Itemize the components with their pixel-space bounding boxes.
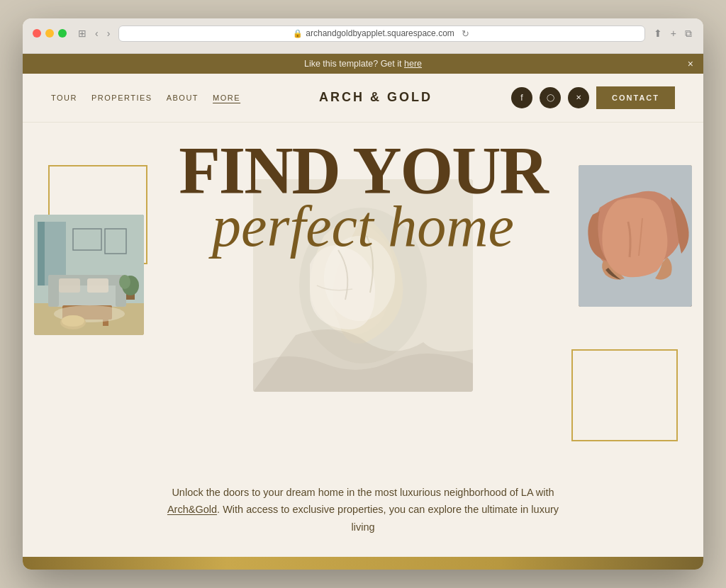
maximize-window-button[interactable] [58, 29, 67, 38]
twitter-icon[interactable]: ✕ [568, 87, 589, 108]
fashion-image-right-inner [579, 165, 692, 307]
svg-rect-6 [48, 275, 59, 307]
site-logo: ARCH & GOLD [319, 90, 432, 105]
contact-button[interactable]: CONTACT [596, 86, 675, 109]
description-text-after: . With access to exclusive properties, y… [217, 504, 559, 533]
reload-button[interactable]: ↻ [460, 28, 471, 39]
announcement-text: Like this template? Get it [304, 59, 404, 69]
browser-chrome: ⊞ ‹ › 🔒 archandgoldbyapplet.squarespace.… [23, 18, 703, 54]
browser-window: ⊞ ‹ › 🔒 archandgoldbyapplet.squarespace.… [23, 18, 703, 570]
tabs-overview-button[interactable]: ⧉ [683, 28, 693, 40]
browser-action-buttons: ⬆ + ⧉ [652, 28, 693, 40]
svg-rect-8 [59, 278, 80, 293]
description-section: Unlock the doors to your dream home in t… [23, 463, 703, 558]
decorative-box-right [571, 349, 678, 441]
forward-button[interactable]: › [106, 28, 112, 39]
description-text-before: Unlock the doors to your dream home in t… [172, 487, 554, 498]
svg-point-20 [62, 315, 84, 327]
new-tab-button[interactable]: + [669, 28, 678, 40]
header-right: f ◯ ✕ CONTACT [511, 86, 675, 109]
instagram-icon[interactable]: ◯ [540, 87, 561, 108]
window-controls-button[interactable]: ⊞ [77, 28, 88, 39]
facebook-icon[interactable]: f [511, 87, 532, 108]
nav-item-about[interactable]: ABOUT [167, 94, 199, 102]
back-button[interactable]: ‹ [94, 28, 100, 39]
url-text: archandgoldbyapplet.squarespace.com [306, 28, 454, 38]
address-bar[interactable]: 🔒 archandgoldbyapplet.squarespace.com ↻ [118, 26, 644, 42]
lock-icon: 🔒 [293, 29, 303, 38]
browser-controls: ⊞ ‹ › [77, 28, 111, 39]
minimize-window-button[interactable] [45, 29, 54, 38]
close-window-button[interactable] [33, 29, 41, 38]
share-button[interactable]: ⬆ [652, 28, 664, 40]
svg-point-17 [119, 275, 130, 289]
traffic-lights [33, 29, 67, 38]
announcement-link[interactable]: here [404, 59, 422, 69]
main-nav: TOUR PROPERTIES ABOUT MORE [51, 94, 240, 102]
nav-item-tour[interactable]: TOUR [51, 94, 77, 102]
hero-headline-line2: perfect home [65, 198, 661, 256]
hero-section: FIND YOUR perfect home [23, 123, 703, 463]
bottom-gold-bar [23, 557, 703, 570]
nav-item-more[interactable]: MORE [213, 94, 240, 102]
nav-item-properties[interactable]: PROPERTIES [91, 94, 152, 102]
description-text: Unlock the doors to your dream home in t… [164, 484, 562, 536]
site-header: TOUR PROPERTIES ABOUT MORE ARCH & GOLD f… [23, 74, 703, 123]
announcement-bar: Like this template? Get it here × [23, 54, 703, 74]
brand-link[interactable]: Arch&Gold [167, 504, 217, 515]
svg-rect-9 [87, 278, 108, 293]
fashion-image-right [579, 165, 692, 307]
announcement-close-button[interactable]: × [688, 58, 693, 69]
